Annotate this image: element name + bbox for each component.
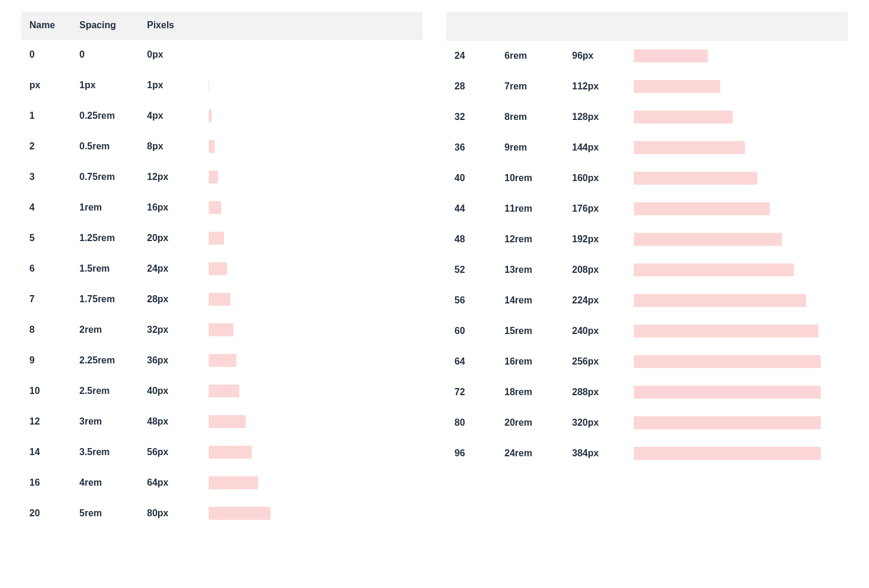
spacing-table: Name Spacing Pixels 000pxpx1px1px10.25re… [21,12,848,529]
cell-pixels: 112px [572,81,634,92]
cell-bar [209,446,415,459]
cell-spacing: 20rem [504,417,572,428]
cell-spacing: 1.5rem [79,263,147,274]
table-row: 6015rem240px [446,316,848,346]
cell-spacing: 24rem [504,448,572,459]
spacing-bar [209,507,270,520]
spacing-bar [209,109,212,122]
cell-name: 10 [29,386,79,396]
header-name: Name [29,20,79,31]
cell-pixels: 96px [572,51,634,61]
table-row: 4812rem192px [446,224,848,255]
cell-spacing: 5rem [79,508,147,519]
cell-name: 32 [454,112,504,122]
cell-pixels: 384px [572,448,634,459]
cell-bar [209,323,415,336]
table-row: 61.5rem24px [21,253,423,284]
cell-spacing: 1rem [79,202,147,213]
cell-name: px [29,80,79,91]
cell-pixels: 0px [147,49,209,60]
table-row: 102.5rem40px [21,376,423,406]
cell-pixels: 28px [147,294,209,305]
table-header-row: Name Spacing Pixels [21,12,423,39]
cell-pixels: 12px [147,172,209,182]
cell-pixels: 32px [147,325,209,335]
cell-bar [634,111,840,123]
cell-pixels: 256px [572,356,634,367]
spacing-bar [209,446,252,459]
cell-bar [209,109,415,122]
spacing-bar [209,79,209,92]
cell-spacing: 4rem [79,477,147,488]
cell-spacing: 14rem [504,295,572,306]
spacing-bar [209,201,221,214]
table-row: 205rem80px [21,498,423,529]
spacing-bar [634,416,821,429]
cell-name: 52 [454,265,504,275]
table-row: 4411rem176px [446,193,848,224]
cell-name: 14 [29,447,79,457]
cell-name: 28 [454,81,504,92]
cell-name: 2 [29,141,79,152]
cell-name: 36 [454,142,504,153]
cell-bar [634,233,840,246]
cell-bar [634,141,840,154]
cell-name: 3 [29,172,79,182]
cell-pixels: 24px [147,263,209,274]
table-row: 9624rem384px [446,438,848,469]
cell-pixels: 4px [147,111,209,121]
cell-bar [209,293,415,306]
cell-spacing: 10rem [504,173,572,183]
cell-bar [209,171,415,183]
cell-pixels: 224px [572,295,634,306]
cell-name: 7 [29,294,79,305]
spacing-bar [634,141,745,154]
cell-name: 40 [454,173,504,183]
table-row: 30.75rem12px [21,162,423,192]
cell-bar [634,416,840,429]
cell-bar [209,385,415,397]
cell-name: 0 [29,49,79,60]
spacing-bar [209,354,236,367]
cell-bar [209,507,415,520]
cell-spacing: 15rem [504,326,572,336]
cell-name: 9 [29,355,79,366]
cell-bar [634,447,840,460]
cell-spacing: 0 [79,49,147,60]
spacing-bar [209,262,227,275]
table-row: 000px [21,39,423,70]
spacing-bar [634,263,794,276]
cell-spacing: 8rem [504,112,572,122]
table-row: 369rem144px [446,132,848,163]
cell-name: 5 [29,233,79,243]
spacing-table-left-column: Name Spacing Pixels 000pxpx1px1px10.25re… [21,12,423,529]
header-spacing: Spacing [79,20,147,31]
cell-bar [634,325,840,338]
cell-name: 56 [454,295,504,306]
spacing-bar [634,447,821,460]
cell-pixels: 40px [147,386,209,396]
table-row: 51.25rem20px [21,223,423,253]
cell-name: 48 [454,234,504,245]
spacing-bar [634,325,818,338]
spacing-bar [209,232,224,245]
spacing-bar [634,80,720,93]
cell-spacing: 6rem [504,51,572,61]
table-row: 287rem112px [446,71,848,102]
cell-spacing: 0.25rem [79,111,147,121]
cell-name: 16 [29,477,79,488]
cell-spacing: 0.5rem [79,141,147,152]
table-row: 71.75rem28px [21,284,423,315]
table-row: 5213rem208px [446,255,848,285]
cell-pixels: 20px [147,233,209,243]
spacing-bar [209,323,233,336]
spacing-bar [209,171,218,183]
cell-bar [209,415,415,428]
cell-name: 12 [29,416,79,427]
cell-bar [209,354,415,367]
cell-pixels: 144px [572,142,634,153]
spacing-bar [209,476,258,489]
cell-pixels: 288px [572,387,634,397]
cell-pixels: 80px [147,508,209,519]
cell-bar [634,355,840,368]
